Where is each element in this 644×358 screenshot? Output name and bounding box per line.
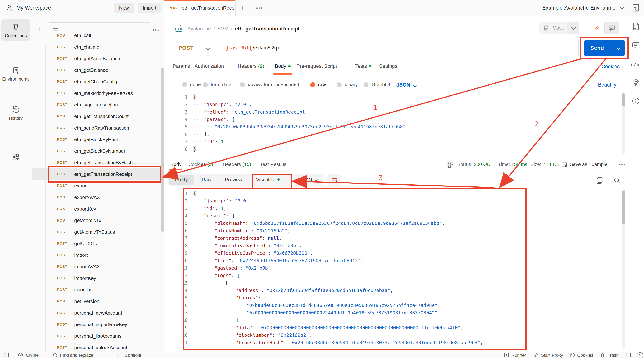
sidebar-item[interactable]: POSTeth_getBlockByHash <box>32 134 164 145</box>
documentation-icon[interactable] <box>632 22 640 30</box>
body-mode-x-www-form-urlencoded[interactable]: x-www-form-urlencoded <box>240 82 299 87</box>
sidebar-item[interactable]: POSTpersonal_listAccounts <box>32 330 164 342</box>
sidebar-item[interactable]: POSTexportAVAX <box>32 191 164 203</box>
help-button[interactable]: ? <box>637 352 643 358</box>
request-body-editor[interactable]: 1{2····"jsonrpc": "2.0",3····"method": "… <box>174 93 406 153</box>
response-tab-headers[interactable]: Headers (15) <box>223 162 251 167</box>
code-snippet-icon[interactable]: </> <box>630 61 640 68</box>
sidebar-item[interactable]: POSTeth_getAssetBalance <box>32 53 164 64</box>
sidebar-item[interactable]: POSTnet_version <box>32 296 164 307</box>
search-icon[interactable] <box>614 177 621 184</box>
cookies-link[interactable]: Cookies <box>602 64 620 70</box>
sidebar-item[interactable]: POSTexport <box>32 180 164 191</box>
copy-icon[interactable] <box>596 177 603 184</box>
request-tab-tests[interactable]: Tests <box>355 63 371 69</box>
sidebar-item[interactable]: POSTeth_getBalance <box>32 64 164 76</box>
save-button[interactable]: Save <box>540 22 568 34</box>
method-selector[interactable]: POST <box>178 45 194 51</box>
comments-icon[interactable] <box>632 41 640 49</box>
send-button[interactable]: Send <box>584 40 625 56</box>
start-proxy-button[interactable]: Start Proxy <box>541 353 563 358</box>
sidebar-item[interactable]: POSTissueTx <box>32 284 164 296</box>
response-options-button[interactable]: ••• <box>619 162 626 168</box>
trash-button[interactable]: Trash <box>608 353 618 358</box>
edit-mode-button[interactable] <box>590 22 604 34</box>
sidebar-item[interactable]: POSTpersonal_importRawKey <box>32 319 164 330</box>
sidebar-item[interactable]: POSTgetAtomicTxStatus <box>32 226 164 238</box>
sidebar-item-more-tools[interactable] <box>2 149 30 164</box>
view-tab-raw[interactable]: Raw <box>202 177 211 182</box>
sidebar-item[interactable]: POSTgetUTXOs <box>32 238 164 249</box>
body-language-selector[interactable]: JSON <box>396 82 416 88</box>
breadcrumb-folder[interactable]: EVM <box>218 26 228 32</box>
sidebar-item[interactable]: POSTeth_getTransactionCount <box>32 111 164 122</box>
body-mode-none[interactable]: none <box>182 82 201 87</box>
beautify-link[interactable]: Beautify <box>598 82 616 88</box>
online-status[interactable]: Online <box>26 353 39 358</box>
response-tab-cookies[interactable]: Cookies (3) <box>188 162 213 167</box>
sidebar-scrollbar[interactable] <box>161 68 164 232</box>
sidebar-item[interactable]: POSTeth_signTransaction <box>32 99 164 111</box>
sidebar-item[interactable]: POSTeth_getBlockByNumber <box>32 145 164 157</box>
wrap-lines-button[interactable] <box>328 174 341 186</box>
send-options-chevron-icon[interactable] <box>616 46 621 50</box>
request-tab[interactable]: POST eth_getTransactionRece <box>164 0 236 16</box>
sidebar-item[interactable]: POSTeth_call <box>32 30 164 41</box>
sidebar-item[interactable]: POSTimportKey <box>32 272 164 284</box>
method-chevron-icon[interactable] <box>206 46 210 50</box>
sidebar-item-history[interactable]: History <box>2 102 30 124</box>
console-button[interactable]: Console <box>125 353 141 358</box>
view-tab-preview[interactable]: Preview <box>225 177 242 182</box>
workspace-title[interactable]: My Workspace <box>16 5 51 11</box>
body-mode-GraphQL[interactable]: GraphQL <box>364 82 392 87</box>
sidebar-item[interactable]: POSTeth_chainId <box>32 41 164 53</box>
request-tab-body[interactable]: Body <box>275 63 291 69</box>
save-options-button[interactable] <box>568 22 580 34</box>
cookies-button[interactable]: Cookies <box>577 353 594 358</box>
toggle-sidebar-icon[interactable] <box>4 353 9 358</box>
sidebar-item[interactable]: POSTeth_getChainConfig <box>32 76 164 87</box>
sidebar-item[interactable]: POSTeth_sendRawTransaction <box>32 122 164 134</box>
sidebar-item-collections[interactable]: Collections <box>2 19 30 41</box>
lightbulb-icon[interactable] <box>632 78 640 87</box>
request-tab-headers[interactable]: Headers (9) <box>238 63 264 69</box>
environment-quick-look-icon[interactable] <box>632 4 640 12</box>
new-button[interactable]: New <box>114 3 134 13</box>
runner-button[interactable]: Runner <box>512 353 526 358</box>
sidebar-item[interactable]: POSTimportAVAX <box>32 261 164 272</box>
environment-selector[interactable]: Example-Avalanche-Environme <box>533 0 644 16</box>
comment-mode-button[interactable] <box>604 22 619 34</box>
sidebar-item[interactable]: POSTexportKey <box>32 203 164 215</box>
request-tab-settings[interactable]: Settings <box>379 63 398 69</box>
request-tab-authorization[interactable]: Authorization <box>194 63 224 69</box>
body-mode-form-data[interactable]: form-data <box>203 82 232 87</box>
sidebar-item[interactable]: POSTeth_getTransactionByHash <box>32 157 164 168</box>
find-replace-button[interactable]: Find and replace <box>60 353 94 358</box>
response-tab-test-results[interactable]: Test Results <box>260 162 286 167</box>
save-as-example-button[interactable]: Save as Example <box>570 162 608 167</box>
view-tab-visualize[interactable]: Visualize <box>256 177 280 182</box>
sidebar-item[interactable]: POSTgetAtomicTx <box>32 215 164 226</box>
request-tab-pre-request-script[interactable]: Pre-request Script <box>296 63 337 69</box>
import-button[interactable]: Import <box>138 3 161 13</box>
view-tab-pretty[interactable]: Pretty <box>175 177 188 182</box>
body-mode-binary[interactable]: binary <box>337 82 358 87</box>
body-mode-raw[interactable]: raw <box>310 82 326 87</box>
url-input[interactable]: {{baseURL}}/ext/bc/C/rpc <box>225 45 281 51</box>
sidebar-item[interactable]: POSTeth_getTransactionReceipt <box>32 168 164 180</box>
tab-options-button[interactable]: ••• <box>256 5 263 11</box>
request-tab-params[interactable]: Params <box>173 63 190 69</box>
sidebar-item[interactable]: POSTeth_maxPriorityFeePerGas <box>32 87 164 99</box>
sidebar-item[interactable]: POSTpersonal_newAccount <box>32 307 164 319</box>
sidebar-item[interactable]: POSTimport <box>32 249 164 261</box>
info-icon[interactable] <box>632 97 640 105</box>
response-tab-body[interactable]: Body <box>170 162 182 167</box>
response-language-selector[interactable]: JSON <box>294 174 323 186</box>
code-line: 13{ <box>174 279 483 287</box>
response-body-viewer[interactable]: 1{2"jsonrpc": "2.0",3"id": 1,4"result": … <box>174 190 483 347</box>
toggle-right-panel-icon[interactable] <box>626 353 631 358</box>
sidebar-item-environments[interactable]: Environments <box>2 63 30 85</box>
sidebar-item[interactable]: POSTpersonal_unlockAccount <box>32 342 164 352</box>
new-tab-button[interactable]: + <box>240 3 245 13</box>
breadcrumb-collection[interactable]: Avalanche <box>188 26 211 32</box>
